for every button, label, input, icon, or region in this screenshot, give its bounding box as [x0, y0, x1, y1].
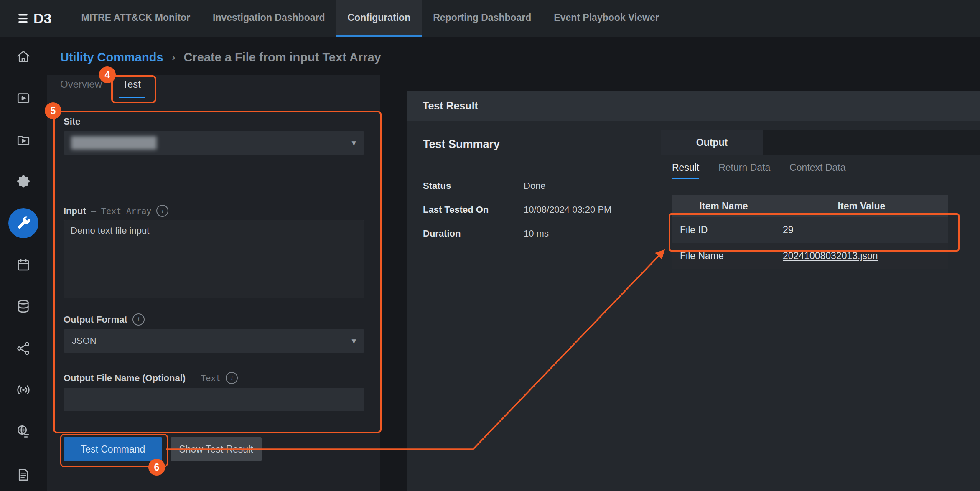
test-command-button[interactable]: Test Command: [64, 437, 162, 461]
tab-test-active-underline: [119, 97, 145, 98]
d3-logo-bars-icon: [17, 12, 29, 25]
output-format-label-row: Output Format i: [64, 313, 145, 326]
scheduled-playbooks-icon[interactable]: [16, 91, 31, 106]
command-test-panel: Overview Test Site ▾ Input – Text Array …: [47, 75, 380, 491]
output-file-name-type-hint: – Text: [191, 373, 221, 383]
nav-investigation-dashboard[interactable]: Investigation Dashboard: [201, 0, 336, 37]
output-tab-strip: Output: [661, 130, 980, 155]
nav-mitre-attack-monitor[interactable]: MITRE ATT&CK Monitor: [70, 0, 201, 37]
share-nodes-icon[interactable]: [16, 341, 31, 356]
integrations-puzzle-icon[interactable]: [16, 174, 31, 189]
broadcast-icon[interactable]: [16, 382, 31, 397]
table-row-file-name: File Name 20241008032013.json: [672, 243, 948, 269]
test-result-title: Test Result: [423, 100, 478, 112]
result-table: Item Name Item Value File ID 29 File Nam…: [672, 195, 948, 269]
site-field-label-row: Site: [64, 116, 80, 127]
playbooks-icon[interactable]: [16, 132, 31, 148]
last-tested-value: 10/08/2024 03:20 PM: [524, 204, 611, 215]
output-file-name-label: Output File Name (Optional): [64, 373, 186, 384]
output-format-value: JSON: [72, 336, 97, 346]
site-value-redacted: [71, 136, 157, 150]
subtab-context-data[interactable]: Context Data: [789, 162, 845, 179]
output-format-info-icon[interactable]: i: [132, 313, 145, 326]
site-label: Site: [64, 116, 80, 127]
output-file-name-input[interactable]: [64, 388, 364, 411]
top-nav: MITRE ATT&CK Monitor Investigation Dashb…: [70, 0, 670, 37]
tab-test[interactable]: Test: [122, 79, 141, 90]
site-select[interactable]: ▾: [64, 131, 364, 155]
table-row-file-id: File ID 29: [672, 217, 948, 243]
breadcrumb: Utility Commands › Create a File from in…: [60, 38, 381, 77]
input-type-hint: – Text Array: [91, 206, 152, 216]
subtab-return-data[interactable]: Return Data: [718, 162, 770, 179]
input-field-label-row: Input – Text Array i: [64, 205, 168, 217]
summary-row-last-tested: Last Tested On 10/08/2024 03:20 PM: [423, 198, 611, 221]
database-icon[interactable]: [16, 299, 31, 314]
file-name-name-cell: File Name: [672, 243, 775, 269]
input-label: Input: [64, 206, 86, 216]
test-summary-heading: Test Summary: [423, 138, 500, 151]
file-id-name-cell: File ID: [672, 217, 775, 243]
input-textarea[interactable]: Demo text file input: [64, 220, 364, 298]
breadcrumb-chevron-icon: ›: [172, 51, 176, 64]
breadcrumb-utility-commands-link[interactable]: Utility Commands: [60, 51, 163, 64]
chevron-down-icon: ▾: [351, 336, 356, 346]
duration-value: 10 ms: [524, 228, 549, 239]
output-format-label: Output Format: [64, 314, 127, 325]
audit-log-document-icon[interactable]: [16, 467, 31, 482]
status-label: Status: [423, 181, 524, 191]
nav-configuration[interactable]: Configuration: [336, 0, 422, 37]
d3-logo-text: D3: [33, 10, 51, 27]
last-tested-label: Last Tested On: [423, 204, 524, 215]
test-result-header: Test Result: [407, 91, 980, 121]
geolocation-globe-icon[interactable]: [16, 424, 31, 439]
app-window: D3 MITRE ATT&CK Monitor Investigation Da…: [0, 0, 980, 491]
output-file-name-info-icon[interactable]: i: [226, 372, 238, 384]
test-result-panel: Test Result Test Summary Status Done Las…: [407, 91, 980, 491]
home-icon[interactable]: [16, 49, 31, 64]
summary-row-status: Status Done: [423, 174, 546, 198]
tab-overview[interactable]: Overview: [60, 79, 102, 90]
result-subtabs: Result Return Data Context Data: [672, 162, 845, 179]
header-item-name: Item Name: [672, 195, 775, 217]
summary-row-duration: Duration 10 ms: [423, 221, 549, 245]
input-info-icon[interactable]: i: [156, 205, 168, 217]
d3-logo: D3: [17, 0, 51, 37]
status-value: Done: [524, 181, 546, 191]
file-name-value-cell: 20241008032013.json: [775, 243, 948, 269]
header-item-value: Item Value: [775, 195, 948, 217]
left-icon-rail: [0, 37, 47, 491]
chevron-down-icon: ▾: [351, 138, 356, 148]
show-test-result-button[interactable]: Show Test Result: [171, 437, 262, 461]
duration-label: Duration: [423, 228, 524, 239]
result-table-header-row: Item Name Item Value: [672, 195, 948, 217]
output-format-select[interactable]: JSON ▾: [64, 329, 364, 353]
nav-event-playbook-viewer[interactable]: Event Playbook Viewer: [542, 0, 670, 37]
file-id-value-cell: 29: [775, 217, 948, 243]
tab-output[interactable]: Output: [661, 130, 763, 155]
calendar-icon[interactable]: [16, 257, 31, 272]
utility-commands-wrench-icon[interactable]: [8, 208, 38, 238]
page-title: Create a File from input Text Array: [184, 51, 381, 64]
output-file-name-label-row: Output File Name (Optional) – Text i: [64, 372, 238, 384]
file-name-link[interactable]: 20241008032013.json: [783, 250, 878, 262]
subtab-result[interactable]: Result: [672, 162, 699, 179]
nav-reporting-dashboard[interactable]: Reporting Dashboard: [422, 0, 542, 37]
top-nav-bar: D3 MITRE ATT&CK Monitor Investigation Da…: [0, 0, 980, 37]
